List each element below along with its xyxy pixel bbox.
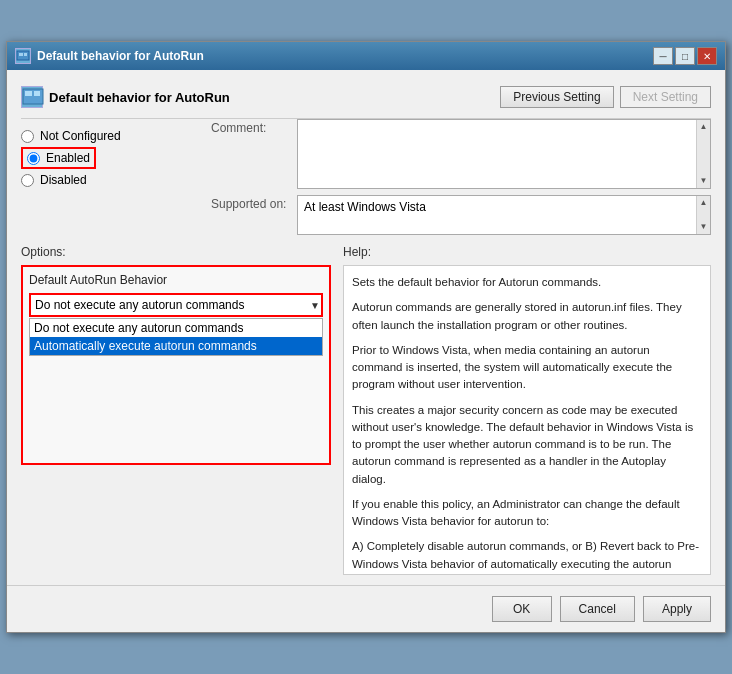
maximize-button[interactable]: □ (675, 47, 695, 65)
options-column: Options: Default AutoRun Behavior Do not… (21, 245, 331, 575)
options-box-title: Default AutoRun Behavior (29, 273, 323, 287)
title-bar-left: Default behavior for AutoRun (15, 48, 204, 64)
dropdown-list: Do not execute any autorun commands Auto… (29, 318, 323, 356)
title-bar-buttons: ─ □ ✕ (653, 47, 717, 65)
content-area: Default behavior for AutoRun Previous Se… (7, 70, 725, 585)
help-para-5: If you enable this policy, an Administra… (352, 496, 702, 531)
two-col-section: Options: Default AutoRun Behavior Do not… (21, 245, 711, 575)
comment-scrollbar[interactable]: ▲ ▼ (696, 120, 710, 188)
scroll-up-icon[interactable]: ▲ (699, 122, 709, 132)
autorun-behavior-dropdown[interactable]: Do not execute any autorun commands Auto… (29, 293, 323, 317)
help-para-2: Autorun commands are generally stored in… (352, 299, 702, 334)
enabled-radio[interactable] (27, 152, 40, 165)
options-box: Default AutoRun Behavior Do not execute … (21, 265, 331, 465)
help-column: Help: Sets the default behavior for Auto… (343, 245, 711, 575)
help-section-label: Help: (343, 245, 711, 259)
radio-section: Not Configured Enabled Disabled (21, 119, 201, 193)
previous-setting-button[interactable]: Previous Setting (500, 86, 613, 108)
dialog-title: Default behavior for AutoRun (21, 86, 230, 108)
header-row: Default behavior for AutoRun Previous Se… (21, 80, 711, 119)
dialog-title-text: Default behavior for AutoRun (49, 90, 230, 105)
not-configured-option[interactable]: Not Configured (21, 129, 201, 143)
not-configured-radio[interactable] (21, 130, 34, 143)
help-para-3: Prior to Windows Vista, when media conta… (352, 342, 702, 394)
left-panel: Not Configured Enabled Disabled (21, 119, 201, 235)
help-para-1: Sets the default behavior for Autorun co… (352, 274, 702, 291)
supported-value: At least Windows Vista (304, 200, 426, 214)
bottom-bar: OK Cancel Apply (7, 585, 725, 632)
window-icon (15, 48, 31, 64)
close-button[interactable]: ✕ (697, 47, 717, 65)
disabled-option[interactable]: Disabled (21, 173, 201, 187)
not-configured-label: Not Configured (40, 129, 121, 143)
help-box: Sets the default behavior for Autorun co… (343, 265, 711, 575)
svg-rect-4 (25, 91, 32, 96)
comment-row: Comment: ▲ ▼ (211, 119, 711, 189)
apply-button[interactable]: Apply (643, 596, 711, 622)
next-setting-button[interactable]: Next Setting (620, 86, 711, 108)
supported-scrollbar[interactable]: ▲ ▼ (696, 196, 710, 234)
comment-label: Comment: (211, 119, 291, 135)
middle-section: Not Configured Enabled Disabled Comment: (21, 119, 711, 235)
help-para-6: A) Completely disable autorun commands, … (352, 538, 702, 575)
disabled-label: Disabled (40, 173, 87, 187)
title-bar: Default behavior for AutoRun ─ □ ✕ (7, 42, 725, 70)
supported-box: At least Windows Vista ▲ ▼ (297, 195, 711, 235)
scroll-down-icon[interactable]: ▼ (699, 176, 709, 186)
right-panel: Comment: ▲ ▼ Supported on: At least Wind… (201, 119, 711, 235)
title-bar-text: Default behavior for AutoRun (37, 49, 204, 63)
dropdown-item-2[interactable]: Automatically execute autorun commands (30, 337, 322, 355)
svg-rect-1 (19, 53, 23, 56)
supported-scroll-up-icon[interactable]: ▲ (699, 198, 709, 208)
dropdown-item-1[interactable]: Do not execute any autorun commands (30, 319, 322, 337)
disabled-radio[interactable] (21, 174, 34, 187)
header-buttons: Previous Setting Next Setting (500, 86, 711, 108)
supported-scroll-down-icon[interactable]: ▼ (699, 222, 709, 232)
svg-rect-5 (34, 91, 40, 96)
dialog-icon (21, 86, 43, 108)
enabled-label: Enabled (46, 151, 90, 165)
minimize-button[interactable]: ─ (653, 47, 673, 65)
options-section-label: Options: (21, 245, 331, 259)
comment-box: ▲ ▼ (297, 119, 711, 189)
supported-label: Supported on: (211, 195, 291, 211)
supported-row: Supported on: At least Windows Vista ▲ ▼ (211, 195, 711, 235)
ok-button[interactable]: OK (492, 596, 552, 622)
cancel-button[interactable]: Cancel (560, 596, 635, 622)
enabled-option[interactable]: Enabled (21, 147, 96, 169)
dropdown-container: Do not execute any autorun commands Auto… (29, 293, 323, 317)
help-para-4: This creates a major security concern as… (352, 402, 702, 488)
svg-rect-2 (24, 53, 27, 56)
main-window: Default behavior for AutoRun ─ □ ✕ Defau… (6, 41, 726, 633)
